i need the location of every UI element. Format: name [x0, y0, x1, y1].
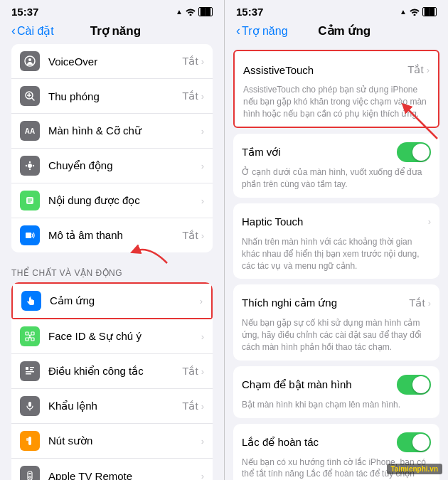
settings-item-zoom[interactable]: Thu phóng Tắt › [11, 79, 213, 114]
haptic-chevron: › [428, 216, 431, 227]
touch-accommodations-item[interactable]: Thích nghi cảm ứng Tắt › Nếu bạn gặp sự … [233, 284, 439, 360]
spoken-label: Nội dung được đọc [48, 194, 201, 207]
touch-accommodations-desc: Nếu bạn gặp sự cố khi sử dụng màn hình c… [242, 317, 431, 353]
tap-to-wake-desc: Bật màn hình khi bạn chạm lên màn hình. [242, 399, 431, 411]
switch-control-chevron: › [201, 366, 204, 377]
apple-tv-remote-label: Apple TV Remote [48, 470, 201, 481]
svg-rect-28 [28, 437, 31, 445]
svg-line-3 [32, 98, 34, 100]
spoken-icon [20, 191, 40, 210]
settings-item-voiceover[interactable]: VoiceOver Tắt › [11, 44, 213, 79]
display-chevron: › [201, 126, 204, 137]
svg-point-9 [26, 165, 27, 166]
svg-rect-18 [26, 338, 28, 341]
time-right: 15:37 [236, 6, 263, 18]
left-panel: 15:37 ▲ ██ ‹ Cài đặt Trợ năng VoiceOver [0, 0, 224, 480]
svg-point-33 [30, 477, 31, 478]
side-button-icon [20, 431, 40, 451]
svg-point-6 [28, 164, 32, 168]
zoom-value: Tắt [182, 90, 198, 102]
haptic-title: Haptic Touch [242, 215, 428, 228]
settings-item-side-button[interactable]: Nút sườn › [11, 424, 213, 459]
right-panel: 15:37 ▲ ██ ‹ Trợ năng Cảm ứng AssistiveT… [224, 0, 448, 480]
touch-chevron: › [200, 296, 203, 306]
nav-bar-left: ‹ Cài đặt Trợ năng [0, 21, 224, 44]
spoken-chevron: › [201, 196, 204, 206]
wifi-icon-right [410, 7, 420, 17]
settings-list-left: VoiceOver Tắt › Thu phóng Tắt › AA Màn h… [0, 44, 224, 480]
settings-item-spoken[interactable]: Nội dung được đọc › [11, 183, 213, 218]
settings-item-switch-control[interactable]: Điều khiển công tắc Tắt › [11, 354, 213, 389]
touch-highlight-box: Cảm ứng › [11, 282, 213, 319]
right-group-1: Tầm với Ở cạnh dưới của màn hình, vuốt x… [233, 134, 439, 198]
assistive-touch-chevron: › [427, 65, 430, 75]
assistive-touch-desc: AssistiveTouch cho phép bạn sử dụng iPho… [243, 84, 430, 119]
voice-control-chevron: › [201, 401, 204, 412]
back-button-right[interactable]: ‹ Trợ năng [236, 23, 288, 38]
battery-icon: ██ [198, 7, 213, 16]
audio-desc-icon [20, 225, 40, 245]
apple-tv-remote-icon [20, 466, 40, 480]
settings-item-motion[interactable]: Chuyển động › [11, 149, 213, 183]
haptic-desc: Nhấn trên màn hình với các khoảng thời g… [242, 236, 431, 272]
switch-control-label: Điều khiển công tắc [48, 365, 182, 378]
back-button-left[interactable]: ‹ Cài đặt [11, 23, 54, 38]
right-settings-list: AssistiveTouch Tắt › AssistiveTouch cho … [225, 44, 448, 480]
apple-tv-remote-chevron: › [201, 471, 204, 481]
svg-point-20 [29, 335, 31, 337]
assistive-touch-item[interactable]: AssistiveTouch Tắt › AssistiveTouch cho … [235, 51, 438, 127]
status-icons-left: ▲ ██ [176, 7, 213, 17]
settings-item-audio-desc[interactable]: Mô tả âm thanh Tắt › [11, 218, 213, 252]
svg-rect-24 [26, 371, 34, 373]
svg-rect-16 [26, 332, 28, 335]
shake-undo-desc: Nếu bạn có xu hướng tình cờ lắc iPhone, … [242, 457, 431, 480]
tap-to-wake-title: Chạm để bật màn hình [242, 378, 397, 391]
battery-icon-right: ██ [422, 7, 437, 16]
zoom-icon [20, 86, 40, 106]
svg-point-8 [29, 169, 31, 170]
right-group-5: Lắc để hoàn tác Nếu bạn có xu hướng tình… [233, 424, 439, 480]
svg-rect-21 [26, 367, 28, 370]
voiceover-label: VoiceOver [48, 55, 182, 68]
tap-to-wake-toggle[interactable] [397, 375, 431, 395]
signal-icon-right: ▲ [400, 8, 407, 16]
settings-group-1: VoiceOver Tắt › Thu phóng Tắt › AA Màn h… [11, 44, 213, 252]
reach-item[interactable]: Tầm với Ở cạnh dưới của màn hình, vuốt x… [233, 134, 439, 198]
zoom-label: Thu phóng [48, 90, 182, 102]
settings-item-touch[interactable]: Cảm ứng › [13, 284, 211, 318]
svg-rect-17 [31, 332, 34, 335]
voiceover-chevron: › [201, 56, 204, 67]
svg-point-7 [29, 161, 31, 163]
zoom-chevron: › [201, 91, 204, 102]
back-label-right: Trợ năng [242, 24, 288, 38]
reach-toggle[interactable] [397, 142, 431, 162]
motion-chevron: › [201, 161, 204, 171]
status-bar-left: 15:37 ▲ ██ [0, 0, 224, 21]
page-title-right: Cảm ứng [288, 23, 401, 38]
right-group-3: Thích nghi cảm ứng Tắt › Nếu bạn gặp sự … [233, 284, 439, 360]
reach-title: Tầm với [242, 146, 397, 159]
touch-accommodations-value: Tắt [409, 297, 425, 309]
status-icons-right: ▲ ██ [400, 7, 437, 17]
svg-rect-31 [29, 473, 31, 474]
touch-label: Cảm ứng [50, 294, 200, 307]
svg-rect-23 [30, 369, 33, 370]
settings-item-voice-control[interactable]: Khẩu lệnh Tắt › [11, 389, 213, 424]
settings-item-display[interactable]: AA Màn hình & Cỡ chữ › [11, 114, 213, 149]
settings-item-faceid[interactable]: Face ID & Sự chú ý › [11, 319, 213, 354]
right-group-4: Chạm để bật màn hình Bật màn hình khi bạ… [233, 366, 439, 418]
section-header-physical: THỂ CHẤT VÀ VẬN ĐỘNG [0, 258, 224, 282]
svg-rect-25 [26, 373, 31, 375]
shake-undo-item[interactable]: Lắc để hoàn tác Nếu bạn có xu hướng tình… [233, 424, 439, 480]
settings-item-apple-tv-remote[interactable]: Apple TV Remote › [11, 459, 213, 480]
shake-undo-toggle[interactable] [397, 432, 431, 452]
touch-accommodations-title: Thích nghi cảm ứng [242, 297, 409, 309]
svg-rect-26 [28, 402, 31, 407]
svg-point-10 [33, 165, 34, 166]
tap-to-wake-item[interactable]: Chạm để bật màn hình Bật màn hình khi bạ… [233, 366, 439, 418]
voice-control-value: Tắt [182, 400, 198, 412]
display-label: Màn hình & Cỡ chữ [48, 124, 201, 137]
side-button-label: Nút sườn [48, 434, 201, 447]
haptic-item[interactable]: Haptic Touch › Nhấn trên màn hình với cá… [233, 203, 439, 279]
chevron-left-icon: ‹ [11, 23, 16, 38]
